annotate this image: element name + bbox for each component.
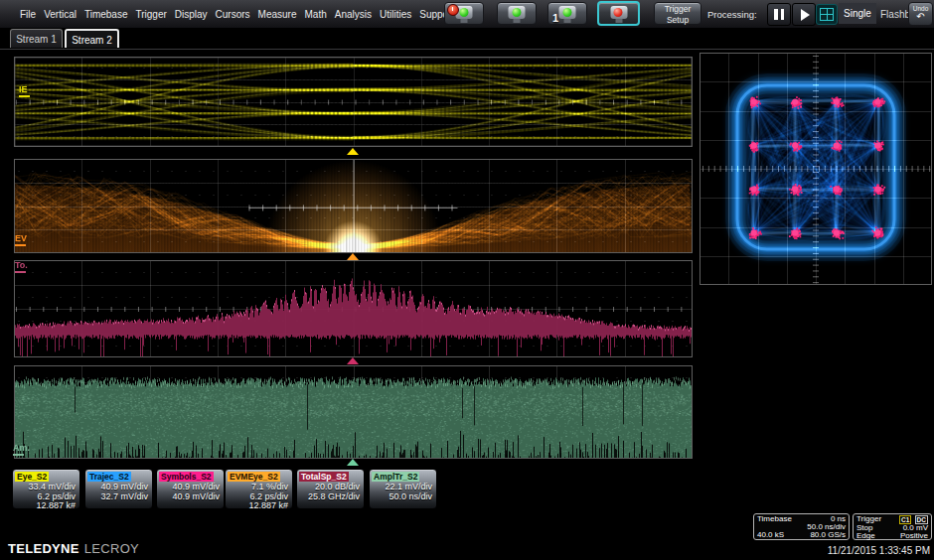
menu-measure[interactable]: Measure (258, 9, 297, 20)
tab-stream-1[interactable]: Stream 1 (10, 29, 63, 48)
trigger-setup-line2: Setup (655, 15, 700, 26)
amplitude-trace-label: Am. (13, 444, 30, 456)
descriptor-totalsp-chip: TotalSp_S2 (299, 472, 349, 482)
descriptor-value: 6.2 ps/div (37, 491, 76, 501)
datetime-label: 11/21/2015 1:33:45 PM (828, 545, 930, 556)
trajectory-trigger-marker[interactable] (347, 253, 359, 260)
normal-lamp-icon (509, 6, 526, 19)
display-grid-button[interactable] (816, 4, 838, 25)
single-digit-label: 1 (552, 12, 558, 24)
pause-icon (781, 9, 785, 20)
menu-vertical[interactable]: Vertical (44, 9, 77, 20)
auto-clock-icon (447, 4, 459, 16)
spectrum-plot[interactable] (14, 260, 693, 357)
trajectory-plot[interactable] (14, 159, 693, 253)
menu-analysis[interactable]: Analysis (335, 9, 372, 20)
trigger-normal-button[interactable] (497, 2, 537, 25)
tab-divider (0, 49, 934, 50)
menu-utilities[interactable]: Utilities (380, 9, 411, 20)
trigger-setup-button[interactable]: Trigger Setup (654, 2, 701, 25)
stop-lamp-icon (610, 6, 627, 19)
menu-file[interactable]: File (20, 9, 36, 20)
trigger-setup-line1: Trigger (655, 4, 700, 15)
oscilloscope-app: File Vertical Timebase Trigger Display C… (0, 0, 934, 560)
menu-timebase[interactable]: Timebase (84, 9, 128, 20)
descriptor-symbols[interactable]: Symbols_S2 40.9 mV/div 40.9 mV/div (156, 469, 225, 509)
undo-button[interactable]: Undo ↶ (908, 2, 933, 26)
descriptor-trajec-chip: Trajec_S2 (87, 472, 131, 482)
descriptor-evmeye-chip: EVMEye_S2 (228, 472, 280, 482)
menu-cursors[interactable]: Cursors (216, 9, 250, 20)
trigger-type: Edge (856, 532, 875, 540)
trajectory-trace-label: EV (15, 234, 27, 246)
undo-arrow-icon: ↶ (909, 12, 932, 21)
eye-trace-label: IE (19, 85, 30, 97)
menu-display[interactable]: Display (175, 9, 208, 20)
play-icon (801, 9, 810, 21)
tab-stream-2[interactable]: Stream 2 (65, 29, 119, 48)
trigger-box[interactable]: Trigger C1 DC Stop 0.0 mV Edge Positive (853, 513, 932, 540)
constellation-plot[interactable] (700, 53, 932, 285)
timebase-title: Timebase (757, 515, 792, 523)
menu-items: File Vertical Timebase Trigger Display C… (20, 0, 454, 28)
eye-diagram-plot[interactable] (14, 57, 693, 147)
descriptor-value: 40.9 mV/div (172, 491, 220, 501)
trigger-auto-button[interactable] (444, 2, 484, 25)
descriptor-value: 6.2 ps/div (249, 491, 288, 501)
grid-icon (820, 8, 834, 21)
descriptor-value: 50.0 ns/div (389, 491, 432, 501)
timebase-box[interactable]: Timebase 0 ns 50.0 ns/div 40.0 kS 80.0 G… (753, 513, 850, 540)
descriptor-eye[interactable]: Eye_S2 33.4 mV/div 6.2 ps/div 12.887 k# (12, 469, 80, 509)
teledyne-lecroy-logo: TELEDYNELECROY (8, 541, 139, 556)
descriptor-value: 12.887 k# (36, 500, 76, 510)
eye-trigger-marker[interactable] (347, 148, 359, 155)
descriptor-value: 7.1 %/div (251, 482, 288, 491)
amplitude-plot[interactable] (14, 365, 693, 459)
menu-bar: File Vertical Timebase Trigger Display C… (0, 0, 934, 29)
descriptor-ampltr-chip: AmplTr_S2 (372, 472, 419, 482)
descriptor-value: 12.887 k# (248, 500, 288, 510)
processing-label: Processing: (707, 9, 757, 20)
descriptor-trajec[interactable]: Trajec_S2 40.9 mV/div 32.7 mV/div (84, 469, 153, 509)
descriptor-value: 40.9 mV/div (100, 482, 148, 491)
trigger-slope: Positive (900, 532, 928, 540)
single-lamp-icon (559, 6, 576, 19)
play-button[interactable] (792, 3, 816, 26)
descriptor-evmeye[interactable]: EVMEye_S2 7.1 %/div 6.2 ps/div 12.887 k# (225, 469, 293, 509)
descriptor-value: 33.4 mV/div (28, 482, 76, 491)
descriptor-value: 22.1 mV/div (385, 482, 432, 491)
trigger-single-button[interactable]: 1 (547, 2, 587, 25)
menu-trigger[interactable]: Trigger (135, 9, 166, 20)
amplitude-trigger-marker[interactable] (347, 459, 359, 466)
descriptor-value: 32.7 mV/div (100, 491, 148, 501)
pause-icon (774, 9, 778, 20)
trigger-stop-button[interactable] (597, 1, 640, 26)
menu-math[interactable]: Math (305, 9, 327, 20)
spectrum-trace-label: To. (15, 261, 28, 273)
descriptor-ampltr[interactable]: AmplTr_S2 22.1 mV/div 50.0 ns/div (369, 469, 437, 509)
descriptor-value: 40.9 mV/div (172, 482, 220, 491)
descriptor-symbols-chip: Symbols_S2 (159, 472, 214, 482)
spectrum-trigger-marker[interactable] (347, 357, 359, 364)
timebase-samples: 40.0 kS (757, 531, 784, 539)
descriptor-value: 20.0 dB/div (315, 482, 360, 491)
descriptor-eye-chip: Eye_S2 (15, 472, 49, 482)
acquisition-mode-label[interactable]: Single (839, 3, 876, 24)
descriptor-totalsp[interactable]: TotalSp_S2 20.0 dB/div 25.8 GHz/div (296, 469, 365, 509)
timebase-rate: 80.0 GS/s (810, 531, 846, 539)
descriptor-value: 25.8 GHz/div (308, 491, 360, 501)
pause-button[interactable] (767, 3, 791, 26)
